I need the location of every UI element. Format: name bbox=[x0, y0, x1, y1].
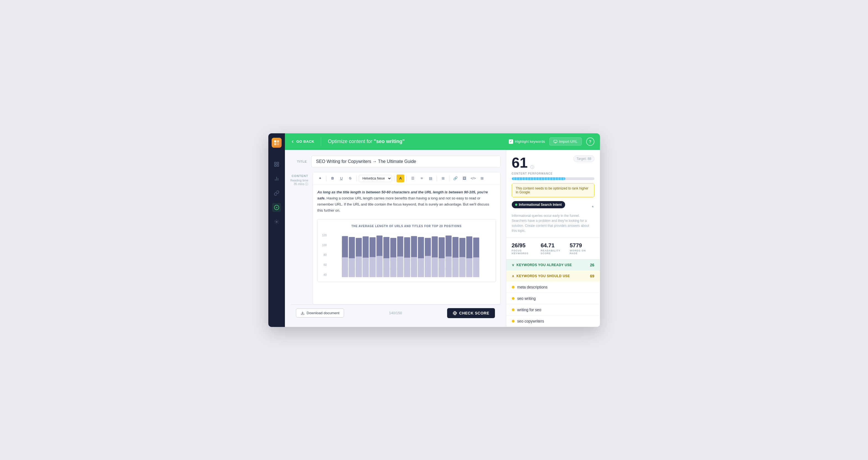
toolbar-strikethrough-btn[interactable]: S bbox=[346, 175, 354, 182]
svg-rect-46 bbox=[425, 256, 431, 277]
stat-readability: 64.71 READABILITY SCORE bbox=[541, 242, 565, 255]
toolbar-table-btn[interactable]: ⊞ bbox=[439, 175, 447, 182]
keywords-should-header[interactable]: ∧ KEYWORDS YOU SHOULD USE 69 bbox=[506, 270, 600, 282]
kw-dot-1 bbox=[512, 286, 515, 288]
toolbar-sep-2 bbox=[356, 176, 356, 181]
check-score-button[interactable]: CHECK SCORE bbox=[447, 308, 495, 318]
title-field-label: TITLE bbox=[290, 160, 307, 163]
intent-description: Informational queries occur early in the… bbox=[512, 213, 594, 233]
stat-words-value: 5779 bbox=[570, 242, 594, 249]
toolbar-magic-btn[interactable]: ✦ bbox=[316, 175, 324, 182]
sidebar-item-seo[interactable] bbox=[272, 203, 281, 212]
kw-dot-4 bbox=[512, 320, 515, 322]
svg-rect-38 bbox=[397, 256, 403, 277]
chart-svg bbox=[330, 233, 491, 277]
stat-focus-keywords-label: FOCUS KEYWORDS bbox=[512, 249, 536, 255]
editor-box: ✦ B U S Helvetica Neue A bbox=[313, 172, 500, 305]
svg-rect-30 bbox=[370, 257, 376, 277]
score-info-icon[interactable]: ⓘ bbox=[530, 165, 534, 170]
stat-focus-keywords: 26/95 FOCUS KEYWORDS bbox=[512, 242, 536, 255]
score-header: 61 ⓘ Target: 88 bbox=[512, 155, 594, 170]
keywords-should-list: meta descriptions seo writing writing fo… bbox=[506, 282, 600, 327]
chart-y-40: 40 bbox=[322, 272, 327, 277]
help-button[interactable]: ? bbox=[586, 138, 594, 146]
keywords-already-label-area: ∨ KEYWORDS YOU ALREADY USE bbox=[512, 263, 572, 267]
highlight-keywords-toggle[interactable]: ✓ Highlight keywords bbox=[509, 139, 545, 144]
list-item: meta descriptions bbox=[506, 282, 600, 293]
svg-point-12 bbox=[276, 221, 277, 222]
kw-dot-2 bbox=[512, 297, 515, 300]
list-item: seo copywriters bbox=[506, 316, 600, 327]
title-section: TITLE bbox=[290, 155, 500, 168]
checkbox-icon: ✓ bbox=[509, 139, 513, 144]
svg-rect-36 bbox=[390, 257, 396, 277]
intent-chevron[interactable]: ▲ bbox=[591, 204, 594, 208]
kw-text-4: seo copywriters bbox=[517, 319, 544, 323]
stat-readability-value: 64.71 bbox=[541, 242, 565, 249]
sidebar-item-analytics[interactable] bbox=[272, 174, 281, 183]
chart-y-60: 60 bbox=[322, 262, 327, 267]
stat-words: 5779 WORDS ON PAGE bbox=[570, 242, 594, 255]
topbar-actions: ✓ Highlight keywords Import URL ? bbox=[509, 138, 594, 146]
chart-y-100: 100 bbox=[322, 243, 327, 248]
list-item: seo writing bbox=[506, 293, 600, 304]
content-label-area: CONTENT Reading time 35 mins ⓘ bbox=[290, 172, 308, 305]
toolbar-unordered-list-btn[interactable]: ☰ bbox=[409, 175, 417, 182]
toolbar-sep-6 bbox=[449, 176, 450, 181]
progress-bar bbox=[512, 177, 594, 180]
reading-time: Reading time 35 mins ⓘ bbox=[290, 179, 308, 186]
content-section: CONTENT Reading time 35 mins ⓘ ✦ B U bbox=[290, 172, 500, 305]
toolbar-link-btn[interactable]: 🔗 bbox=[452, 175, 459, 182]
svg-rect-60 bbox=[473, 257, 479, 277]
keywords-should-label-area: ∧ KEYWORDS YOU SHOULD USE bbox=[512, 274, 570, 278]
toolbar-sep-1 bbox=[326, 176, 327, 181]
toolbar-sep-5 bbox=[437, 176, 437, 181]
go-back-button[interactable]: GO BACK bbox=[290, 139, 314, 144]
svg-rect-0 bbox=[274, 140, 276, 142]
logo[interactable] bbox=[272, 138, 282, 148]
sidebar-item-connections[interactable] bbox=[272, 189, 281, 198]
editor-content[interactable]: As long as the title length is between 5… bbox=[313, 185, 500, 304]
svg-rect-54 bbox=[453, 258, 459, 277]
chart-y-120: 120 bbox=[322, 233, 327, 238]
import-url-button[interactable]: Import URL bbox=[549, 138, 582, 145]
chart-y-80: 80 bbox=[322, 253, 327, 257]
sidebar-navigation bbox=[272, 160, 281, 226]
toolbar-code-btn[interactable]: </> bbox=[469, 175, 477, 182]
toolbar-image-btn[interactable]: 🖼 bbox=[460, 175, 468, 182]
intent-badge: Informational Search Intent bbox=[512, 201, 565, 208]
svg-rect-56 bbox=[459, 257, 465, 277]
content-performance-label: CONTENT PERFORMANCE bbox=[512, 172, 594, 175]
keywords-already-chevron: ∨ bbox=[512, 263, 515, 267]
sidebar-item-settings[interactable] bbox=[272, 218, 281, 226]
app-container: GO BACK Optimize content for "seo writin… bbox=[268, 133, 600, 327]
keywords-already-header[interactable]: ∨ KEYWORDS YOU ALREADY USE 26 bbox=[506, 259, 600, 270]
kw-text-3: writing for seo bbox=[517, 308, 541, 312]
svg-rect-48 bbox=[432, 257, 438, 277]
sidebar bbox=[268, 133, 285, 327]
svg-rect-13 bbox=[554, 140, 557, 142]
toolbar-ordered-list-btn[interactable]: ≡ bbox=[418, 175, 426, 182]
font-select[interactable]: Helvetica Neue bbox=[359, 175, 392, 182]
kw-text-1: meta descriptions bbox=[517, 285, 548, 289]
toolbar-bold-btn[interactable]: B bbox=[329, 175, 336, 182]
right-panel: 61 ⓘ Target: 88 CONTENT PERFORMANCE This… bbox=[506, 150, 600, 327]
keywords-already-label: KEYWORDS YOU ALREADY USE bbox=[517, 263, 572, 267]
sidebar-item-dashboard[interactable] bbox=[272, 160, 281, 169]
title-input[interactable] bbox=[311, 155, 500, 168]
toolbar-more-btn[interactable]: ⊞ bbox=[478, 175, 486, 182]
target-label: Target: 88 bbox=[574, 155, 594, 162]
toolbar-sep-3 bbox=[394, 176, 394, 181]
content-normal: Having a concise URL length carries more… bbox=[317, 196, 489, 212]
keywords-should-chevron: ∧ bbox=[512, 274, 515, 278]
stat-focus-keywords-value: 26/95 bbox=[512, 242, 536, 249]
score-number: 61 bbox=[512, 155, 528, 170]
toolbar-underline-btn[interactable]: U bbox=[337, 175, 345, 182]
svg-rect-24 bbox=[349, 258, 355, 277]
toolbar-highlight-btn[interactable]: A bbox=[397, 175, 404, 182]
stat-readability-label: READABILITY SCORE bbox=[541, 249, 565, 255]
toolbar-align-btn[interactable]: ▤ bbox=[427, 175, 434, 182]
keywords-section: ∨ KEYWORDS YOU ALREADY USE 26 ∧ KEYWORDS… bbox=[506, 259, 600, 327]
chart-area: THE AVERAGE LENGTH OF URLS AND TITLES FO… bbox=[317, 219, 495, 282]
download-document-button[interactable]: Download document bbox=[296, 309, 344, 318]
